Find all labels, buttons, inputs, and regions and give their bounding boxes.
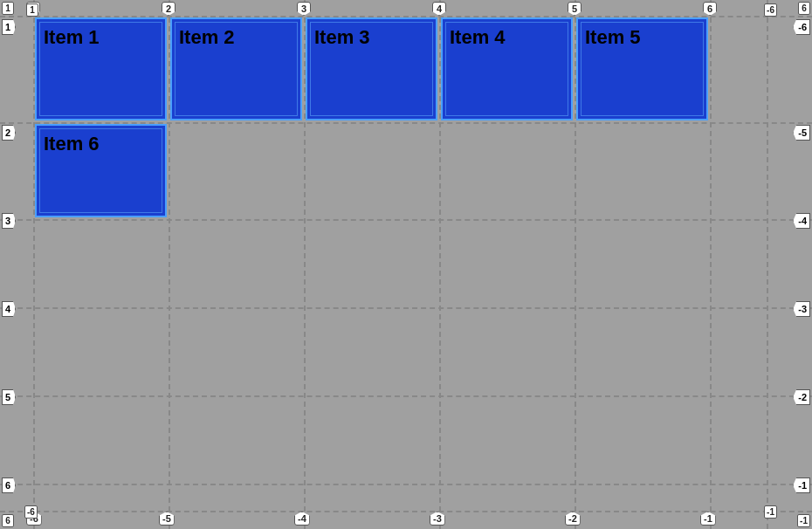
hline-2 [0, 219, 812, 221]
left-label-4: 4 [2, 301, 16, 317]
grid-item-5[interactable]: Item 5 [576, 17, 708, 120]
grid-canvas: 1 2 3 4 5 6 1 2 3 4 5 6 -6 -5 -4 -3 -2 -… [0, 0, 812, 529]
right-label-5: -2 [793, 389, 810, 405]
hline-4 [0, 395, 812, 397]
grid-item-2[interactable]: Item 2 [170, 17, 302, 120]
grid-item-6-label: Item 6 [44, 133, 100, 155]
grid-item-1-label: Item 1 [44, 26, 100, 49]
corner-inner-br: -1 [764, 505, 777, 519]
bottom-label-3: -4 [294, 512, 310, 526]
corner-br: -1 [797, 514, 810, 527]
top-label-4: 4 [432, 2, 446, 16]
left-label-5: 5 [2, 389, 16, 405]
grid-item-1[interactable]: Item 1 [35, 17, 167, 120]
grid-item-2-label: Item 2 [179, 26, 235, 49]
right-label-3: -4 [793, 213, 810, 229]
right-label-6: -1 [793, 477, 810, 493]
corner-inner-tr: -6 [764, 3, 777, 17]
bottom-label-4: -3 [430, 512, 445, 526]
grid-item-4-label: Item 4 [450, 26, 506, 49]
top-label-5: 5 [568, 2, 581, 16]
corner-inner-tl: 1 [26, 3, 38, 17]
grid-item-3-label: Item 3 [314, 26, 370, 49]
left-label-3: 3 [2, 213, 16, 229]
right-label-4: -3 [793, 301, 810, 317]
bottom-label-5: -2 [565, 512, 581, 526]
vline-5 [710, 0, 712, 529]
grid-item-3[interactable]: Item 3 [306, 17, 437, 120]
left-label-6: 6 [2, 477, 16, 493]
bottom-label-6: -1 [700, 512, 716, 526]
vline-6 [767, 0, 768, 529]
corner-bl: 6 [2, 514, 14, 527]
grid-item-4[interactable]: Item 4 [441, 17, 573, 120]
grid-item-6[interactable]: Item 6 [35, 124, 167, 217]
top-label-6: 6 [703, 2, 717, 16]
grid-item-5-label: Item 5 [585, 26, 641, 49]
hline-3 [0, 307, 812, 309]
right-label-2: -5 [793, 125, 810, 141]
hline-5 [0, 484, 812, 485]
corner-tr: 6 [798, 2, 810, 15]
corner-inner-bl: -6 [24, 505, 38, 519]
top-label-3: 3 [297, 2, 311, 16]
hline-6 [0, 511, 812, 512]
top-label-2: 2 [162, 2, 175, 16]
corner-tl: 1 [2, 2, 14, 15]
left-label-2: 2 [2, 125, 16, 141]
left-label-1: 1 [2, 19, 16, 35]
right-label-1: -6 [793, 19, 810, 35]
bottom-label-2: -5 [159, 512, 175, 526]
